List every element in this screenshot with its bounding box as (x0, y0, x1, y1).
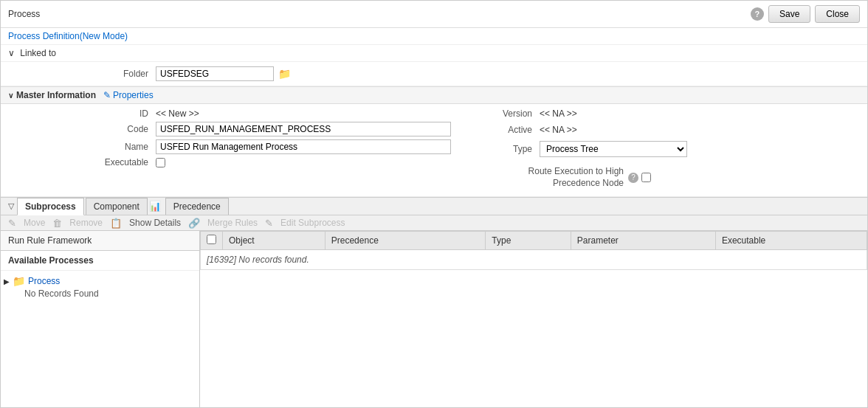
type-label: Type (451, 144, 540, 154)
version-value: << NA >> (540, 108, 577, 119)
help-icon[interactable]: ? (751, 7, 764, 21)
action-merge-icon: 🔗 (188, 218, 200, 229)
select-all-checkbox[interactable] (207, 235, 216, 244)
code-label: Code (8, 124, 156, 134)
folder-input[interactable] (156, 66, 274, 81)
tree-root-arrow[interactable]: ▶ (4, 277, 10, 286)
close-button[interactable]: Close (815, 5, 860, 23)
executable-label: Executable (8, 157, 156, 167)
code-input[interactable] (156, 122, 451, 136)
subprocess-table: Object Precedence Type Parameter Executa… (200, 231, 867, 270)
table-row: [16392] No records found. (201, 250, 867, 270)
tab-component[interactable]: Component (86, 198, 148, 215)
folder-label: Folder (8, 69, 156, 79)
tree-area: ▶ 📁 Process No Records Found (1, 271, 199, 407)
tree-root-folder-icon: 📁 (13, 275, 25, 287)
active-label: Active (451, 125, 540, 135)
col-executable-header: Executable (715, 232, 867, 250)
run-rule-framework-tab[interactable]: Run Rule Framework (1, 231, 199, 251)
route-checkbox[interactable] (641, 173, 651, 182)
page-title: Process (8, 9, 40, 19)
version-label: Version (451, 108, 540, 119)
name-label: Name (8, 142, 156, 152)
move-button[interactable]: Move (19, 215, 49, 230)
properties-link[interactable]: ✎ Properties (103, 90, 154, 100)
route-label: Route Execution to HighPrecedence Node (451, 166, 628, 189)
action-edit-sub-icon: ✎ (265, 218, 273, 229)
id-value: << New >> (156, 108, 199, 119)
table-wrapper: Object Precedence Type Parameter Executa… (200, 231, 867, 407)
folder-browse-icon[interactable]: 📁 (278, 68, 291, 80)
col-object-header: Object (223, 232, 326, 250)
available-processes-label: Available Processes (1, 251, 199, 271)
breadcrumb-link[interactable]: Process Definition(New Mode) (8, 31, 128, 41)
merge-rules-button[interactable]: Merge Rules (203, 215, 262, 230)
edit-subprocess-button[interactable]: Edit Subprocess (276, 215, 349, 230)
show-details-button[interactable]: Show Details (125, 215, 185, 230)
col-type-header: Type (486, 232, 571, 250)
active-value: << NA >> (540, 125, 577, 135)
action-edit-icon: ✎ (8, 218, 16, 229)
action-details-icon: 📋 (110, 218, 122, 229)
col-parameter-header: Parameter (571, 232, 715, 250)
action-remove-icon: 🗑 (52, 218, 62, 229)
tab-component-icon: 📊 (149, 201, 161, 212)
master-info-toggle[interactable]: ∨ (8, 91, 13, 100)
save-button[interactable]: Save (768, 5, 810, 23)
executable-checkbox[interactable] (156, 158, 165, 167)
col-precedence-header: Precedence (325, 232, 486, 250)
col-checkbox[interactable] (201, 232, 223, 250)
tree-no-records-label: No Records Found (4, 288, 196, 299)
remove-button[interactable]: Remove (65, 215, 107, 230)
subprocess-toggle-icon[interactable]: ▽ (8, 201, 14, 211)
id-label: ID (8, 108, 156, 119)
name-input[interactable] (156, 139, 451, 154)
tab-precedence[interactable]: Precedence (165, 198, 229, 215)
route-help-icon: ? (628, 173, 638, 183)
master-info-label: Master Information (16, 90, 96, 100)
tab-subprocess[interactable]: Subprocess (17, 198, 84, 215)
linked-to-toggle[interactable]: ∨ (8, 48, 15, 58)
properties-edit-icon: ✎ (103, 90, 111, 100)
no-records-cell: [16392] No records found. (201, 250, 867, 270)
linked-to-label: Linked to (20, 48, 56, 58)
type-select[interactable]: Process Tree (540, 141, 687, 157)
tree-root-label[interactable]: Process (28, 276, 60, 286)
